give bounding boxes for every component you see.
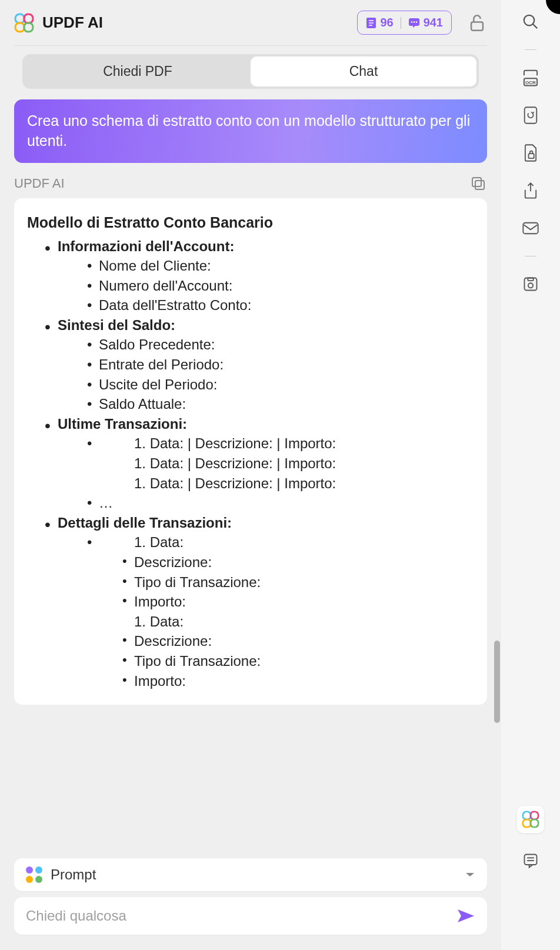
usage-counter[interactable]: 96 941 xyxy=(357,11,452,35)
svg-rect-10 xyxy=(472,178,481,186)
divider xyxy=(14,45,487,46)
list-item: 1. Data: xyxy=(134,612,474,632)
user-message: Crea uno schema di estratto conto con un… xyxy=(14,99,487,163)
notes-icon[interactable] xyxy=(521,851,541,871)
chat-input[interactable] xyxy=(26,908,456,924)
divider xyxy=(525,49,536,50)
list-item: 1. Data: | Descrizione: | Importo: xyxy=(134,454,474,474)
prompt-selector[interactable]: Prompt xyxy=(14,858,487,891)
list-item: … xyxy=(99,493,474,513)
header: UPDF AI 96 941 xyxy=(0,0,501,45)
chat-icon xyxy=(408,18,420,28)
svg-point-5 xyxy=(411,21,412,23)
chat-input-bar xyxy=(14,897,487,935)
section: Dettagli delle Transazioni: 1. Data: Des… xyxy=(27,513,474,691)
mail-icon[interactable] xyxy=(521,218,541,238)
updf-logo-button[interactable] xyxy=(517,806,544,833)
save-icon[interactable] xyxy=(521,274,541,294)
list-item: Tipo di Transazione: xyxy=(134,572,474,592)
list-item: Importo: xyxy=(134,671,474,691)
list-item: Data dell'Estratto Conto: xyxy=(99,295,474,315)
svg-rect-8 xyxy=(471,22,483,30)
tab-chat[interactable]: Chat xyxy=(251,56,476,86)
corner-notch xyxy=(546,0,560,14)
list-item: Numero dell'Account: xyxy=(99,276,474,296)
divider xyxy=(525,256,536,256)
lock-icon[interactable] xyxy=(467,13,487,33)
conversation-area: Crea uno schema di estratto conto con un… xyxy=(0,99,501,849)
svg-point-7 xyxy=(415,21,417,23)
list-item: 1. Data: | Descrizione: | Importo: xyxy=(134,434,474,454)
svg-point-11 xyxy=(524,15,535,26)
list-item: Tipo di Transazione: xyxy=(134,651,474,671)
svg-rect-15 xyxy=(525,107,537,123)
list-item: Descrizione: xyxy=(134,552,474,572)
list-item: Importo: xyxy=(134,592,474,612)
svg-text:OCR: OCR xyxy=(525,80,536,85)
svg-line-12 xyxy=(533,24,538,29)
svg-rect-9 xyxy=(475,181,484,189)
list-item: Saldo Precedente: xyxy=(99,335,474,355)
list-item: 1. Data: | Descrizione: | Importo: xyxy=(134,474,474,494)
list-item: Entrate del Periodo: xyxy=(99,355,474,375)
response-title: Modello di Estratto Conto Bancario xyxy=(27,212,474,233)
list-item: Saldo Attuale: xyxy=(99,394,474,414)
svg-rect-16 xyxy=(529,154,534,158)
divider xyxy=(401,17,401,29)
prompt-label: Prompt xyxy=(51,866,96,883)
share-icon[interactable] xyxy=(521,181,541,201)
section: Ultime Transazioni: 1. Data: | Descrizio… xyxy=(27,414,474,513)
list-item: Uscite del Periodo: xyxy=(99,375,474,395)
scrollbar-thumb[interactable] xyxy=(494,641,500,723)
svg-point-19 xyxy=(528,283,533,288)
svg-point-6 xyxy=(413,21,415,23)
search-icon[interactable] xyxy=(521,12,541,32)
list-item: 1. Data: xyxy=(134,532,474,552)
app-title: UPDF AI xyxy=(42,14,103,32)
messages-count: 941 xyxy=(424,16,443,29)
section: Informazioni dell'Account: Nome del Clie… xyxy=(27,236,474,315)
pages-count: 96 xyxy=(380,16,393,29)
ai-response: Modello di Estratto Conto Bancario Infor… xyxy=(14,198,487,705)
convert-icon[interactable] xyxy=(521,105,541,125)
svg-rect-17 xyxy=(523,223,538,234)
svg-rect-21 xyxy=(525,855,537,865)
list-item: 1. Data: | Descrizione: | Importo: 1. Da… xyxy=(99,434,474,493)
svg-rect-18 xyxy=(525,278,537,291)
section: Sintesi del Saldo: Saldo Precedente: Ent… xyxy=(27,315,474,414)
list-item: Nome del Cliente: xyxy=(99,256,474,276)
svg-rect-20 xyxy=(528,278,533,281)
prompt-dots-icon xyxy=(26,866,42,883)
app-logo-icon xyxy=(14,13,34,33)
doc-icon xyxy=(366,17,376,29)
side-toolbar: OCR xyxy=(501,0,560,950)
ocr-icon[interactable]: OCR xyxy=(521,68,541,88)
protect-icon[interactable] xyxy=(521,143,541,163)
tab-switcher: Chiedi PDF Chat xyxy=(22,54,479,89)
list-item: 1. Data: Descrizione: Tipo di Transazion… xyxy=(99,532,474,691)
copy-icon[interactable] xyxy=(469,175,487,192)
tab-ask-pdf[interactable]: Chiedi PDF xyxy=(25,56,251,86)
send-icon[interactable] xyxy=(456,908,475,924)
ai-sender-label: UPDF AI xyxy=(14,176,65,191)
list-item: Descrizione: xyxy=(134,631,474,651)
chevron-down-icon xyxy=(465,871,475,878)
